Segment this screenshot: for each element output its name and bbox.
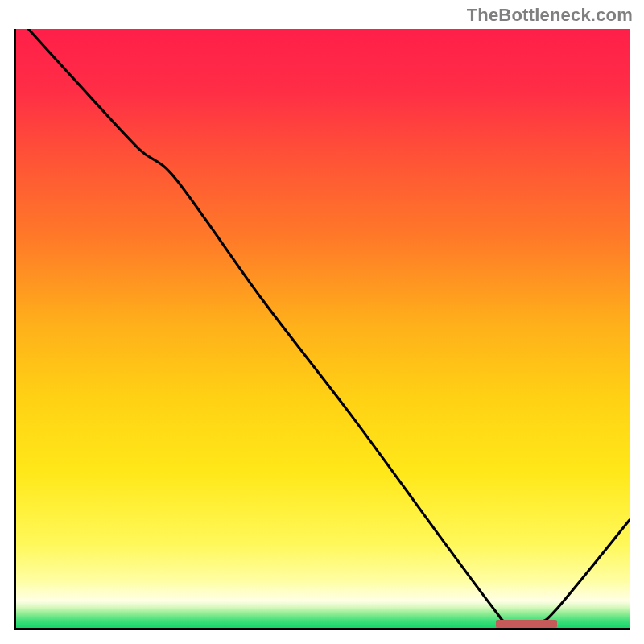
plot-area (14, 29, 630, 630)
watermark-text: TheBottleneck.com (467, 5, 633, 26)
curve-path (28, 29, 630, 623)
chart-stage: TheBottleneck.com (0, 0, 644, 644)
curve-layer (16, 29, 630, 628)
marker-bar (496, 620, 557, 628)
